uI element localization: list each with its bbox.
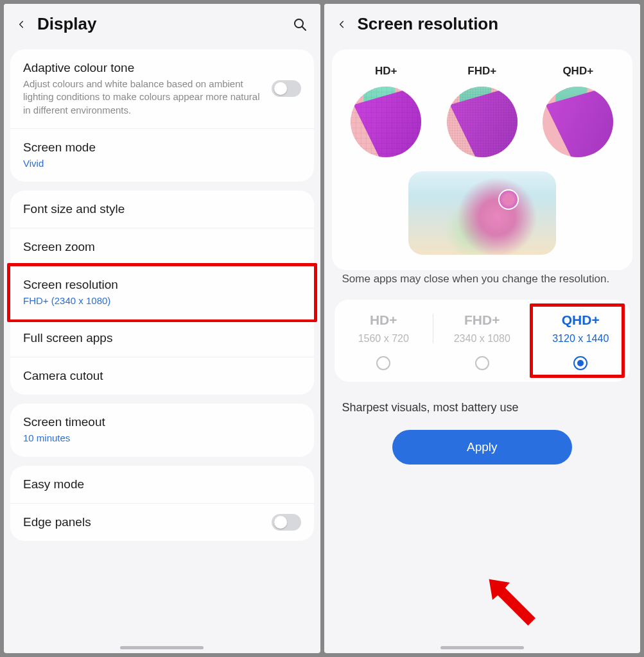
wallpaper-preview — [408, 171, 556, 255]
option-hd[interactable]: HD+ 1560 x 720 — [335, 300, 433, 382]
option-title: QHD+ — [535, 312, 627, 328]
option-sub: 1560 x 720 — [338, 333, 430, 345]
search-icon[interactable] — [292, 17, 308, 32]
header: Display — [4, 4, 320, 40]
page-title: Screen resolution — [358, 14, 628, 34]
preview-label: HD+ — [338, 65, 433, 78]
home-indicator[interactable] — [440, 646, 524, 649]
annotation-arrow-icon — [481, 571, 539, 629]
row-value: FHD+ (2340 x 1080) — [23, 294, 261, 307]
header: Screen resolution — [324, 4, 641, 40]
resolution-options: HD+ 1560 x 720 FHD+ 2340 x 1080 QHD+ 312… — [335, 300, 631, 382]
display-settings-screen: Display Adaptive colour tone Adjust colo… — [4, 4, 320, 653]
resolution-content: HD+ FHD+ QHD+ Some apps may close when y… — [324, 40, 641, 653]
camera-cutout-row[interactable]: Camera cutout — [10, 357, 314, 395]
back-icon[interactable] — [17, 17, 26, 32]
row-title: Adaptive colour tone — [23, 61, 301, 75]
preview-fhd: FHD+ — [435, 65, 530, 157]
row-title: Edge panels — [23, 515, 301, 529]
back-icon[interactable] — [337, 17, 346, 32]
screen-resolution-row[interactable]: Screen resolution FHD+ (2340 x 1080) — [10, 266, 314, 319]
resolution-previews: HD+ FHD+ QHD+ — [332, 49, 633, 161]
apply-button[interactable]: Apply — [392, 430, 572, 465]
screen-resolution-screen: Screen resolution HD+ FHD+ QHD+ Some ap — [324, 4, 641, 653]
adaptive-colour-tone-row[interactable]: Adaptive colour tone Adjust colours and … — [10, 49, 314, 129]
option-qhd[interactable]: QHD+ 3120 x 1440 — [532, 300, 631, 382]
selection-description: Sharpest visuals, most battery use — [327, 388, 638, 421]
preview-label: FHD+ — [435, 65, 530, 78]
row-value: Vivid — [23, 157, 261, 170]
preview-label: QHD+ — [530, 65, 625, 78]
radio-icon — [573, 356, 587, 370]
resolution-note: Some apps may close when you change the … — [327, 270, 638, 293]
font-size-row[interactable]: Font size and style — [10, 191, 314, 228]
full-screen-apps-row[interactable]: Full screen apps — [10, 319, 314, 357]
option-sub: 3120 x 1440 — [535, 333, 627, 345]
radio-icon — [475, 356, 489, 370]
page-title: Display — [37, 14, 281, 34]
row-title: Camera cutout — [23, 369, 301, 383]
home-indicator[interactable] — [120, 646, 204, 649]
screen-mode-row[interactable]: Screen mode Vivid — [10, 129, 314, 182]
row-title: Easy mode — [23, 477, 301, 491]
radio-icon — [376, 356, 390, 370]
row-title: Screen timeout — [23, 415, 301, 429]
preview-thumbnail-icon — [351, 87, 421, 157]
edge-panels-toggle[interactable] — [272, 514, 301, 531]
annotation-highlight: Screen resolution FHD+ (2340 x 1080) — [7, 263, 317, 322]
option-fhd[interactable]: FHD+ 2340 x 1080 — [433, 300, 532, 382]
preview-thumbnail-icon — [543, 87, 613, 157]
option-title: HD+ — [338, 312, 430, 328]
option-title: FHD+ — [437, 312, 528, 328]
svg-line-1 — [302, 26, 306, 30]
edge-panels-row[interactable]: Edge panels — [10, 504, 314, 541]
easy-mode-row[interactable]: Easy mode — [10, 466, 314, 504]
adaptive-toggle[interactable] — [272, 80, 301, 97]
screen-zoom-row[interactable]: Screen zoom — [10, 228, 314, 266]
settings-list: Adaptive colour tone Adjust colours and … — [4, 40, 320, 653]
row-description: Adjust colours and white balance based o… — [23, 78, 261, 117]
option-sub: 2340 x 1080 — [437, 333, 528, 345]
row-title: Screen zoom — [23, 240, 301, 254]
screen-timeout-row[interactable]: Screen timeout 10 minutes — [10, 404, 314, 456]
row-title: Screen mode — [23, 141, 301, 155]
row-value: 10 minutes — [23, 432, 261, 445]
preview-thumbnail-icon — [447, 87, 518, 157]
row-title: Screen resolution — [23, 278, 301, 292]
preview-qhd: QHD+ — [530, 65, 625, 157]
row-title: Font size and style — [23, 202, 301, 216]
preview-hd: HD+ — [338, 65, 433, 157]
row-title: Full screen apps — [23, 331, 301, 345]
